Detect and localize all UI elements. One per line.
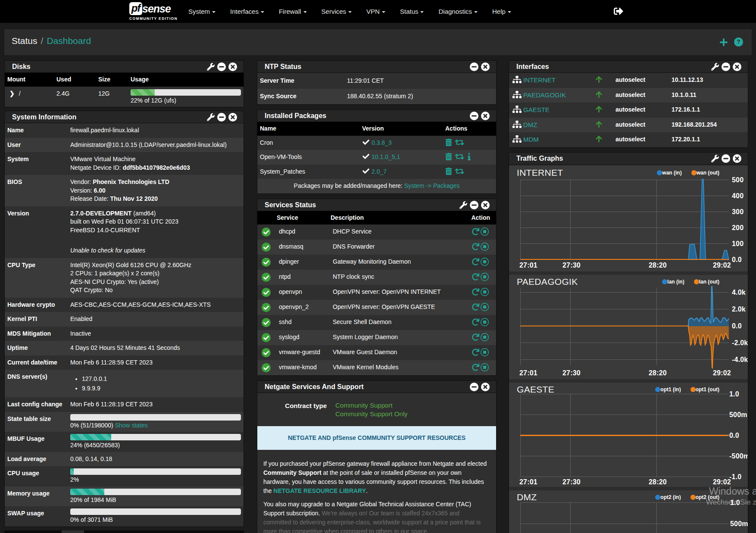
svg-text:?: ? (737, 38, 740, 45)
